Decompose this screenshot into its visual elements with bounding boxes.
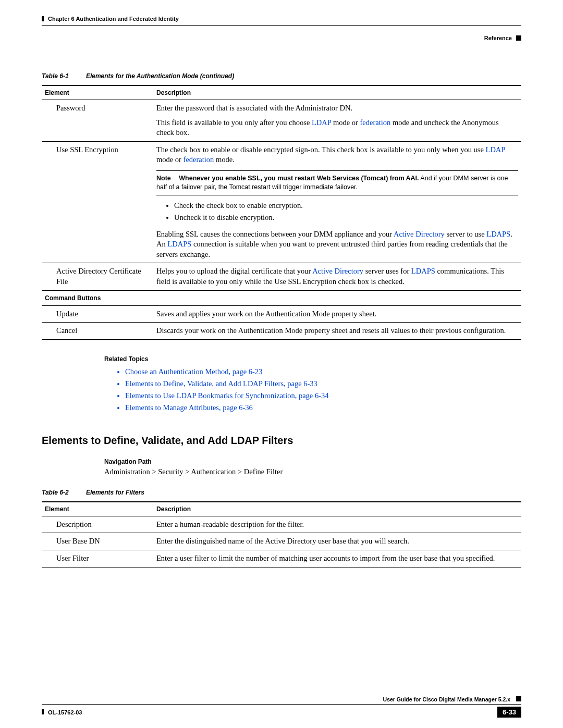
table-6-1: Element Description Password Enter the p…: [42, 85, 521, 340]
row-element: Update: [42, 305, 153, 323]
table-row: User Base DN Enter the distinguished nam…: [42, 533, 521, 550]
doc-id: OL-15762-03: [48, 709, 82, 715]
table-row: User Filter Enter a user filter to limit…: [42, 550, 521, 567]
list-item: Check the check box to enable encryption…: [174, 200, 518, 212]
chapter-label: Chapter 6 Authentication and Federated I…: [48, 16, 179, 22]
row-element: Use SSL Encryption: [42, 141, 153, 263]
related-topics-list: Choose an Authentication Method, page 6-…: [115, 366, 521, 414]
table-row: Description Enter a human-readable descr…: [42, 516, 521, 533]
navigation-path: Administration > Security > Authenticati…: [104, 467, 521, 476]
table-6-2-caption: Table 6-2 Elements for Filters: [42, 489, 521, 496]
ldap-link[interactable]: LDAP: [486, 145, 505, 154]
table-row: Cancel Discards your work on the Authent…: [42, 323, 521, 340]
col-description: Description: [153, 502, 521, 516]
table-row: Active Directory Certificate File Helps …: [42, 263, 521, 290]
table-row: Password Enter the password that is asso…: [42, 100, 521, 142]
command-buttons-heading: Command Buttons: [42, 290, 521, 305]
row-element: User Base DN: [42, 533, 153, 550]
row-description: Helps you to upload the digital certific…: [153, 263, 521, 290]
row-element: Description: [42, 516, 153, 533]
row-element: Password: [42, 100, 153, 142]
active-directory-link[interactable]: Active Directory: [312, 267, 363, 275]
page-footer: User Guide for Cisco Digital Media Manag…: [42, 696, 521, 718]
note-label: Note: [156, 175, 171, 182]
ldaps-link[interactable]: LDAPS: [167, 240, 191, 248]
footer-square-icon: [516, 696, 521, 701]
row-element: User Filter: [42, 550, 153, 567]
page-number: 6-33: [497, 707, 521, 718]
related-link[interactable]: Elements to Define, Validate, and Add LD…: [125, 378, 521, 390]
ldap-link[interactable]: LDAP: [312, 118, 331, 127]
list-item: Uncheck it to disable encryption.: [174, 212, 518, 224]
row-element: Active Directory Certificate File: [42, 263, 153, 290]
related-link[interactable]: Elements to Manage Attributes, page 6-36: [125, 402, 521, 414]
active-directory-link[interactable]: Active Directory: [394, 230, 445, 238]
row-description: Enter the password that is associated wi…: [153, 100, 521, 142]
navigation-path-heading: Navigation Path: [104, 458, 521, 465]
ldaps-link[interactable]: LDAPS: [411, 267, 435, 275]
reference-label: Reference: [484, 35, 512, 41]
row-description: Saves and applies your work on the Authe…: [153, 305, 521, 323]
row-description: Enter a human-readable description for t…: [153, 516, 521, 533]
row-description: Discards your work on the Authentication…: [153, 323, 521, 340]
row-description: Enter a user filter to limit the number …: [153, 550, 521, 567]
reference-square-icon: [516, 35, 521, 41]
table-6-2: Element Description Description Enter a …: [42, 501, 521, 567]
row-element: Cancel: [42, 323, 153, 340]
table-row: Update Saves and applies your work on th…: [42, 305, 521, 323]
col-element: Element: [42, 85, 153, 100]
col-description: Description: [153, 85, 521, 100]
row-description: The check box to enable or disable encry…: [153, 141, 521, 263]
federation-link[interactable]: federation: [360, 118, 390, 127]
federation-link[interactable]: federation: [183, 155, 214, 164]
related-topics-heading: Related Topics: [104, 355, 521, 363]
book-title: User Guide for Cisco Digital Media Manag…: [383, 696, 510, 702]
table-6-1-caption: Table 6-1 Elements for the Authenticatio…: [42, 72, 521, 80]
chapter-header: Chapter 6 Authentication and Federated I…: [42, 16, 521, 22]
section-heading: Elements to Define, Validate, and Add LD…: [42, 435, 521, 447]
table-row: Use SSL Encryption The check box to enab…: [42, 141, 521, 263]
col-element: Element: [42, 502, 153, 516]
ldaps-link[interactable]: LDAPS: [486, 230, 510, 238]
row-description: Enter the distinguished name of the Acti…: [153, 533, 521, 550]
related-link[interactable]: Choose an Authentication Method, page 6-…: [125, 366, 521, 378]
related-link[interactable]: Elements to Use LDAP Bookmarks for Synch…: [125, 390, 521, 402]
